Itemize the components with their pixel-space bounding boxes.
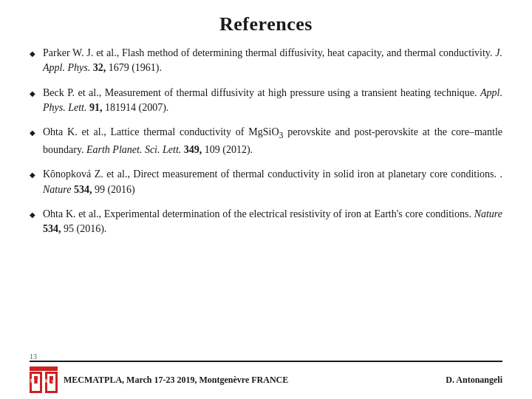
bullet-icon: ◆ xyxy=(30,49,35,60)
reference-text: Ohta K. et al., Experimental determinati… xyxy=(43,207,502,237)
reference-text: Parker W. J. et al., Flash method of det… xyxy=(43,46,502,76)
page: References ◆ Parker W. J. et al., Flash … xyxy=(0,0,532,399)
slide-number: 13 xyxy=(30,352,37,361)
footer: M 2 M C MECMATPLA, March 17-23 2019, Mon… xyxy=(30,361,502,399)
reference-text: Kônopková Z. et al., Direct measurement … xyxy=(43,167,502,197)
reference-text: Beck P. et al., Measurement of thermal d… xyxy=(43,86,502,116)
page-title: References xyxy=(30,13,502,35)
list-item: ◆ Beck P. et al., Measurement of thermal… xyxy=(30,86,502,116)
reference-text: Ohta K. et al., Lattice thermal conducti… xyxy=(43,125,502,157)
conference-label: MECMATPLA, March 17-23 2019, Montgenèvre… xyxy=(64,375,288,386)
list-item: ◆ Parker W. J. et al., Flash method of d… xyxy=(30,46,502,76)
bullet-icon: ◆ xyxy=(30,170,35,181)
bullet-icon: ◆ xyxy=(30,128,35,139)
references-list: ◆ Parker W. J. et al., Flash method of d… xyxy=(30,46,502,361)
list-item: ◆ Kônopková Z. et al., Direct measuremen… xyxy=(30,167,502,197)
svg-rect-0 xyxy=(30,366,58,371)
svg-text:M: M xyxy=(45,378,50,383)
author-label: D. Antonangeli xyxy=(446,375,502,386)
bullet-icon: ◆ xyxy=(30,210,35,221)
svg-text:C: C xyxy=(52,379,55,383)
bullet-icon: ◆ xyxy=(30,89,35,100)
list-item: ◆ Ohta K. et al., Experimental determina… xyxy=(30,207,502,237)
logo-icon: M 2 M C xyxy=(30,366,58,393)
svg-text:M: M xyxy=(30,378,35,383)
footer-left: M 2 M C MECMATPLA, March 17-23 2019, Mon… xyxy=(30,366,288,393)
list-item: ◆ Ohta K. et al., Lattice thermal conduc… xyxy=(30,125,502,157)
